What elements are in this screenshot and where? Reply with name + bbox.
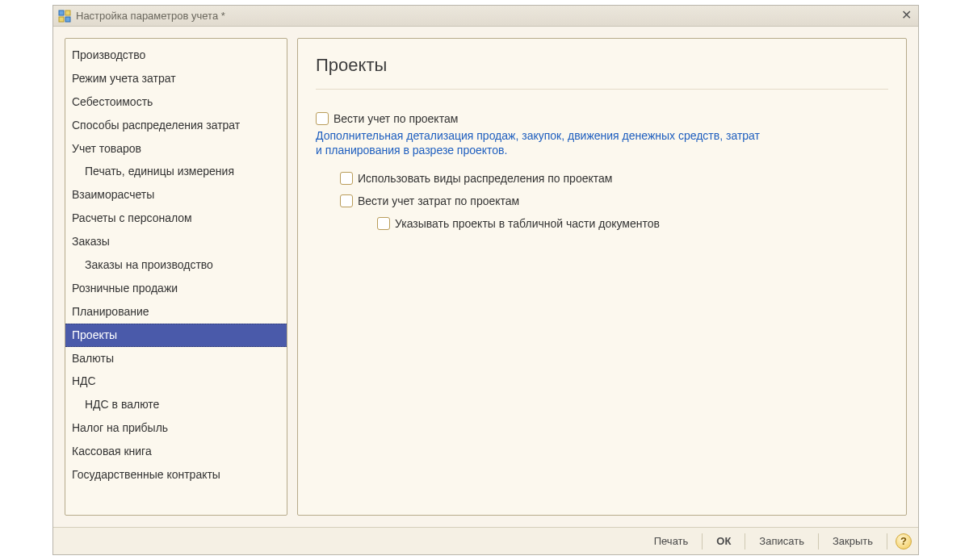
svg-rect-1 <box>65 10 70 15</box>
print-button[interactable]: Печать <box>645 532 698 550</box>
checkbox-label: Вести учет по проектам <box>333 112 458 125</box>
checkbox-label: Вести учет затрат по проектам <box>358 194 519 207</box>
footer: Печать ОК Записать Закрыть ? <box>53 527 918 554</box>
sidebar-item[interactable]: Расчеты с персоналом <box>65 207 287 230</box>
body: ПроизводствоРежим учета затратСебестоимо… <box>53 27 918 527</box>
sidebar-item[interactable]: Налог на прибыль <box>65 416 287 440</box>
content-panel: Проекты Вести учет по проектам Дополните… <box>297 38 907 516</box>
save-button[interactable]: Записать <box>750 532 813 550</box>
checkbox-distribution-types[interactable] <box>340 172 353 185</box>
checkbox-row-track-costs: Вести учет затрат по проектам <box>340 194 888 207</box>
close-button[interactable]: Закрыть <box>824 532 882 550</box>
page-title: Проекты <box>316 55 888 90</box>
sidebar-item[interactable]: НДС в валюте <box>65 393 287 416</box>
checkbox-label: Указывать проекты в табличной части доку… <box>395 217 660 230</box>
separator <box>745 533 745 550</box>
sidebar-item[interactable]: Себестоимость <box>65 90 287 114</box>
sidebar-item[interactable]: Учет товаров <box>65 137 287 161</box>
separator <box>887 533 887 550</box>
sidebar-item[interactable]: Планирование <box>65 300 287 324</box>
sidebar-item[interactable]: Государственные контракты <box>65 463 287 487</box>
sidebar-item[interactable]: Проекты <box>65 324 287 347</box>
checkbox-row-specify-projects-table: Указывать проекты в табличной части доку… <box>377 217 888 230</box>
sidebar-item[interactable]: Валюты <box>65 347 287 370</box>
svg-rect-2 <box>59 17 64 22</box>
help-button[interactable]: ? <box>896 533 912 550</box>
hint-text: Дополнительная детализация продаж, закуп… <box>316 128 768 157</box>
settings-window: Настройка параметров учета * ✕ Производс… <box>52 5 919 555</box>
sidebar-item[interactable]: Взаиморасчеты <box>65 183 287 207</box>
window-icon <box>58 10 71 23</box>
checkbox-label: Использовать виды распределения по проек… <box>358 172 612 185</box>
window-title: Настройка параметров учета * <box>76 10 899 22</box>
close-icon[interactable]: ✕ <box>899 9 913 23</box>
sidebar-item[interactable]: Кассовая книга <box>65 440 287 463</box>
sidebar-item[interactable]: Способы распределения затрат <box>65 114 287 137</box>
sidebar-item[interactable]: Заказы <box>65 230 287 253</box>
separator <box>818 533 819 550</box>
sidebar-item[interactable]: Режим учета затрат <box>65 67 287 90</box>
sidebar-item[interactable]: НДС <box>65 370 287 393</box>
titlebar: Настройка параметров учета * ✕ <box>53 6 918 27</box>
checkbox-row-distribution-types: Использовать виды распределения по проек… <box>340 172 888 185</box>
checkbox-specify-projects-table[interactable] <box>377 217 390 230</box>
separator <box>702 533 703 550</box>
ok-button[interactable]: ОК <box>707 532 740 550</box>
sidebar-item[interactable]: Розничные продажи <box>65 277 287 300</box>
checkbox-row-track-projects: Вести учет по проектам <box>316 112 888 125</box>
sidebar-item[interactable]: Заказы на производство <box>65 253 287 277</box>
svg-rect-0 <box>59 10 64 15</box>
checkbox-track-projects[interactable] <box>316 112 329 125</box>
sidebar-item[interactable]: Производство <box>65 44 287 67</box>
svg-rect-3 <box>65 17 70 22</box>
checkbox-track-costs[interactable] <box>340 194 353 207</box>
sidebar-item[interactable]: Печать, единицы измерения <box>65 160 287 183</box>
sidebar: ПроизводствоРежим учета затратСебестоимо… <box>65 38 287 516</box>
